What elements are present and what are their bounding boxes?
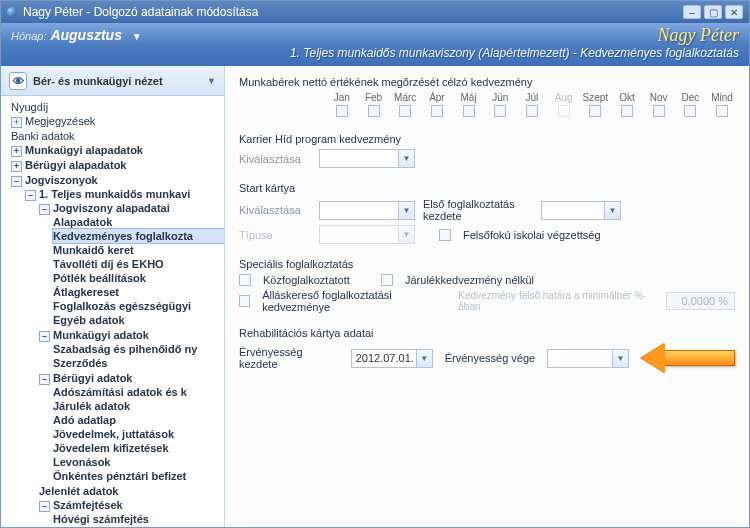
tree-item[interactable]: +Munkaügyi alapadatok	[11, 143, 224, 158]
tree-item[interactable]: Szerződés	[53, 356, 224, 370]
tree-item[interactable]: +Bérügyi alapadatok	[11, 158, 224, 173]
tree-item[interactable]: Jövedelmek, juttatások	[53, 427, 224, 441]
tree-item[interactable]: Alapadatok	[53, 215, 224, 229]
chevron-down-icon: ▼	[604, 202, 620, 219]
tree-item[interactable]: Pótlék beállítások	[53, 271, 224, 285]
minimize-button[interactable]: –	[683, 5, 701, 19]
collapse-icon[interactable]: –	[39, 374, 50, 385]
tree-item[interactable]: Jövedelem kifizetések	[53, 441, 224, 455]
tree-item[interactable]: Jelenlét adatok	[39, 484, 224, 498]
expand-icon[interactable]: +	[11, 117, 22, 128]
tipus-select[interactable]: ▼	[319, 225, 415, 244]
expand-icon[interactable]: +	[11, 146, 22, 157]
month-checkbox[interactable]	[558, 105, 570, 117]
month-label: Nov	[646, 92, 672, 103]
month-label: Ápr	[424, 92, 450, 103]
tree-item[interactable]: Járulék adatok	[53, 399, 224, 413]
tree-item[interactable]: –1. Teljes munkaidős munkavi –Jogviszony…	[25, 187, 224, 527]
chevron-down-icon: ▼	[416, 350, 432, 367]
chevron-down-icon: ▼	[398, 226, 414, 243]
tree-item[interactable]: –Munkaügyi adatok Szabadság és pihenőidő…	[39, 328, 224, 371]
month-checkbox[interactable]	[716, 105, 728, 117]
month-checkbox[interactable]	[621, 105, 633, 117]
kozfogl-checkbox[interactable]	[239, 274, 251, 286]
felsofoku-checkbox[interactable]	[439, 229, 451, 241]
maximize-button[interactable]: ▢	[704, 5, 722, 19]
chevron-down-icon: ▼	[398, 150, 414, 167]
karrier-hid-select[interactable]: ▼	[319, 149, 415, 168]
tree-item[interactable]: Adó adatlap	[53, 413, 224, 427]
month-labels: JanFebMárcÁprMájJúnJúlAugSzeptOktNovDecM…	[329, 92, 735, 103]
tree-item[interactable]: –Jogviszony alapadatai Alapadatok Kedvez…	[39, 201, 224, 328]
allaskereso-checkbox[interactable]	[239, 295, 250, 307]
collapse-icon[interactable]: –	[39, 204, 50, 215]
month-checkbox[interactable]	[431, 105, 443, 117]
month-label: Dec	[678, 92, 704, 103]
tree-item[interactable]: Szabadság és pihenőidő ny	[53, 342, 224, 356]
chevron-down-icon: ▼	[207, 76, 216, 86]
month-checkbox[interactable]	[463, 105, 475, 117]
view-switcher[interactable]: 👁 Bér- és munkaügyi nézet ▼	[1, 66, 224, 96]
section-title: Rehabilitációs kártya adatai	[239, 327, 735, 339]
app-icon	[7, 7, 17, 17]
month-checkbox[interactable]	[494, 105, 506, 117]
eye-icon: 👁	[9, 72, 27, 90]
jarulek-checkbox[interactable]	[381, 274, 393, 286]
ervenyesseg-kezdete-date[interactable]: 2012.07.01.▼	[351, 349, 433, 368]
month-checkbox[interactable]	[336, 105, 348, 117]
main-panel: Munkabérek nettó értékének megőrzését cé…	[225, 66, 749, 527]
tree-item[interactable]: Levonások	[53, 455, 224, 469]
collapse-icon[interactable]: –	[39, 331, 50, 342]
month-checkbox[interactable]	[399, 105, 411, 117]
month-checkbox[interactable]	[526, 105, 538, 117]
header-subtitle: 1. Teljes munkaidős munkaviszony (Alapér…	[11, 46, 739, 60]
month-label: Jan	[329, 92, 355, 103]
tree-item[interactable]: Távolléti díj és EKHO	[53, 257, 224, 271]
section-title: Speciális foglalkoztatás	[239, 258, 735, 270]
month-label: Szept	[583, 92, 609, 103]
month-checkbox[interactable]	[653, 105, 665, 117]
tree-item[interactable]: –Bérügyi adatok Adószámítási adatok és k…	[39, 371, 224, 484]
tree-item-selected[interactable]: Kedvezményes foglalkozta	[53, 229, 224, 243]
collapse-icon[interactable]: –	[11, 176, 22, 187]
start-kartya-select[interactable]: ▼	[319, 201, 415, 220]
header-bar: Hónap: Augusztus ▼ Nagy Péter 1. Teljes …	[1, 23, 749, 66]
tree-item[interactable]: Átlagkereset	[53, 285, 224, 299]
month-checkbox[interactable]	[684, 105, 696, 117]
ervenyesseg-vege-date[interactable]: ▼	[547, 349, 629, 368]
collapse-icon[interactable]: –	[25, 190, 36, 201]
section-title: Karrier Híd program kedvezmény	[239, 133, 735, 145]
collapse-icon[interactable]: –	[39, 501, 50, 512]
tree-item[interactable]: Egyéb adatok	[53, 313, 224, 327]
title-bar: Nagy Péter - Dolgozó adatainak módosítás…	[1, 1, 749, 23]
tree-item[interactable]: Önkéntes pénztári befizet	[53, 469, 224, 483]
month-label: Márc	[392, 92, 418, 103]
tree-item[interactable]: Hóközi számfejtések	[53, 526, 224, 527]
month-label: Aug	[551, 92, 577, 103]
month-checkbox[interactable]	[368, 105, 380, 117]
close-button[interactable]: ✕	[725, 5, 743, 19]
tree-item[interactable]: Hóvégi számfejtés	[53, 512, 224, 526]
sidebar: 👁 Bér- és munkaügyi nézet ▼ Nyugdíj +Meg…	[1, 66, 225, 527]
tree-item[interactable]: Foglalkozás egészségügyi	[53, 299, 224, 313]
elso-fogl-date[interactable]: ▼	[541, 201, 621, 220]
tree-item[interactable]: Adószámítási adatok és k	[53, 385, 224, 399]
tree-item[interactable]: Banki adatok	[11, 129, 224, 143]
tree-item[interactable]: Munkaidő keret	[53, 243, 224, 257]
window-title: Nagy Péter - Dolgozó adatainak módosítás…	[23, 5, 258, 19]
percent-field[interactable]: 0,0000 %	[666, 292, 735, 310]
app-window: Nagy Péter - Dolgozó adatainak módosítás…	[0, 0, 750, 528]
callout-arrow-icon	[641, 343, 735, 373]
tree-item[interactable]: Nyugdíj	[11, 100, 224, 114]
chevron-down-icon: ▼	[612, 350, 628, 367]
month-checkbox[interactable]	[589, 105, 601, 117]
tree-item[interactable]: –Számfejtések Hóvégi számfejtés Hóközi s…	[39, 498, 224, 527]
month-label: Okt	[614, 92, 640, 103]
expand-icon[interactable]: +	[11, 161, 22, 172]
month-label: Mind	[709, 92, 735, 103]
month-label: Júl	[519, 92, 545, 103]
tree-item[interactable]: –Jogviszonyok –1. Teljes munkaidős munka…	[11, 173, 224, 527]
section-title: Start kártya	[239, 182, 735, 194]
tree-item[interactable]: +Megjegyzések	[11, 114, 224, 129]
section-title: Munkabérek nettó értékének megőrzését cé…	[239, 76, 735, 88]
